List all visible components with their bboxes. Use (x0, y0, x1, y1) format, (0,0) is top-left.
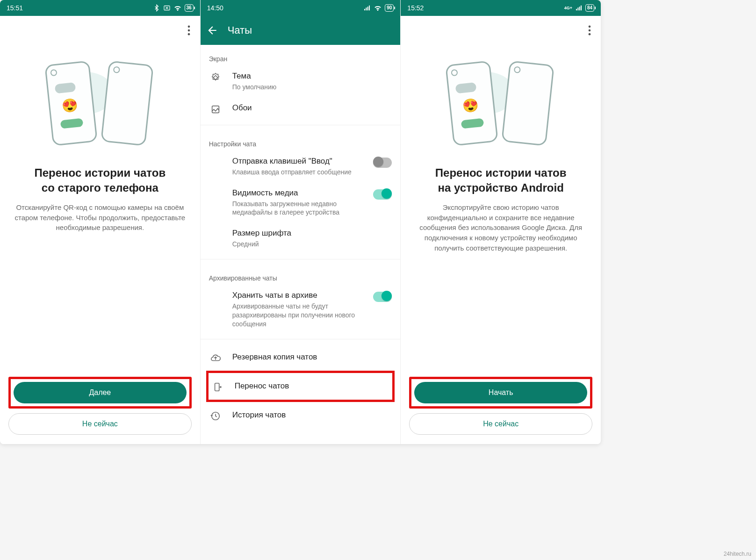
status-bar: 15:52 4G+ 84 (401, 0, 601, 16)
row-subtitle: По умолчанию (232, 83, 392, 92)
transfer-icon (211, 381, 224, 392)
svg-point-8 (589, 33, 591, 36)
wallpaper-icon (209, 103, 222, 115)
row-subtitle: Показывать загруженные недавно медиафайл… (232, 200, 358, 217)
row-title: Перенос чатов (235, 381, 390, 392)
network-type-icon: 4G+ (564, 6, 572, 10)
section-label-chat: Настройки чата (201, 130, 401, 151)
svg-point-6 (589, 26, 591, 28)
section-label-archive: Архивированные чаты (201, 264, 401, 285)
row-subtitle: Архивированные чаты не будут разархивиро… (232, 302, 358, 329)
back-icon[interactable] (206, 24, 218, 36)
brightness-icon (209, 71, 222, 83)
highlight-frame: Начать (409, 377, 592, 409)
status-time: 15:51 (7, 4, 23, 12)
battery-icon: 36 (185, 4, 194, 12)
toggle-media-visibility[interactable] (373, 189, 392, 200)
section-label-display: Экран (201, 45, 401, 65)
row-font-size[interactable]: Размер шрифта Средний (201, 223, 401, 254)
bluetooth-icon (153, 4, 160, 12)
status-time: 15:52 (407, 4, 424, 12)
history-icon (209, 409, 222, 421)
toolbar (401, 16, 601, 45)
not-now-button[interactable]: Не сейчас (409, 413, 592, 435)
next-button[interactable]: Далее (14, 382, 187, 403)
battery-icon: 84 (585, 4, 594, 12)
wifi-icon (374, 4, 382, 12)
toggle-keep-archived[interactable] (373, 292, 392, 302)
row-subtitle: Средний (232, 240, 392, 249)
overflow-menu-icon[interactable] (583, 24, 596, 37)
illustration: 😍 (0, 45, 200, 156)
toggle-enter-send[interactable] (373, 158, 392, 168)
signal-icon (575, 4, 583, 12)
row-title: История чатов (232, 410, 392, 421)
svg-point-1 (187, 26, 190, 28)
status-bar: 15:51 36 (0, 0, 200, 16)
page-title: Перенос истории чатов со старого телефон… (11, 165, 189, 196)
row-keep-archived[interactable]: Хранить чаты в архиве Архивированные чат… (201, 285, 401, 334)
row-subtitle: Клавиша ввода отправляет сообщение (232, 168, 358, 177)
not-now-button[interactable]: Не сейчас (8, 413, 192, 435)
row-title: Видимость медиа (232, 188, 358, 199)
content: Перенос истории чатов на устройство Andr… (401, 156, 601, 370)
row-title: Размер шрифта (232, 228, 392, 239)
svg-point-3 (187, 33, 190, 36)
row-wallpaper[interactable]: Обои (201, 97, 401, 120)
row-enter-send[interactable]: Отправка клавишей "Ввод" Клавиша ввода о… (201, 151, 401, 182)
page-title: Перенос истории чатов на устройство Andr… (412, 165, 590, 196)
battery-icon: 90 (385, 4, 394, 12)
row-title: Резервная копия чатов (232, 352, 392, 363)
svg-point-7 (589, 29, 591, 32)
toolbar (0, 16, 200, 45)
row-transfer-chats[interactable]: Перенос чатов (209, 376, 393, 397)
app-bar-title: Чаты (228, 24, 252, 36)
screen-transfer-android: 15:52 4G+ 84 😍 (400, 0, 601, 444)
signal-icon (363, 4, 371, 12)
status-time: 14:50 (207, 4, 223, 12)
row-title: Обои (232, 103, 392, 114)
row-title: Отправка клавишей "Ввод" (232, 156, 358, 167)
svg-rect-5 (215, 383, 219, 391)
highlight-frame: Далее (8, 377, 192, 409)
row-title: Хранить чаты в архиве (232, 290, 358, 301)
overflow-menu-icon[interactable] (182, 24, 195, 37)
row-media-visibility[interactable]: Видимость медиа Показывать загруженные н… (201, 182, 401, 223)
row-history[interactable]: История чатов (201, 402, 401, 429)
highlight-frame: Перенос чатов (206, 371, 395, 402)
status-bar: 14:50 90 (201, 0, 401, 16)
row-backup[interactable]: Резервная копия чатов (201, 344, 401, 371)
watermark: 24hitech.ru (724, 551, 751, 557)
mute-icon (163, 4, 171, 12)
page-description: Экспортируйте свою историю чатов конфиде… (412, 202, 590, 253)
row-title: Тема (232, 71, 392, 82)
bottom-actions: Начать Не сейчас (401, 370, 601, 444)
screen-transfer-old-phone: 15:51 36 (0, 0, 200, 444)
app-bar: Чаты (201, 16, 401, 45)
row-theme[interactable]: Тема По умолчанию (201, 65, 401, 97)
screen-chat-settings: 14:50 90 Чаты Экран (200, 0, 401, 444)
illustration: 😍 (401, 45, 601, 156)
cloud-upload-icon (209, 352, 222, 363)
svg-point-2 (187, 29, 190, 32)
content: Перенос истории чатов со старого телефон… (0, 156, 200, 370)
page-description: Отсканируйте QR-код с помощью камеры на … (11, 202, 189, 233)
wifi-icon (173, 4, 182, 12)
start-button[interactable]: Начать (414, 382, 587, 403)
bottom-actions: Далее Не сейчас (0, 370, 200, 444)
